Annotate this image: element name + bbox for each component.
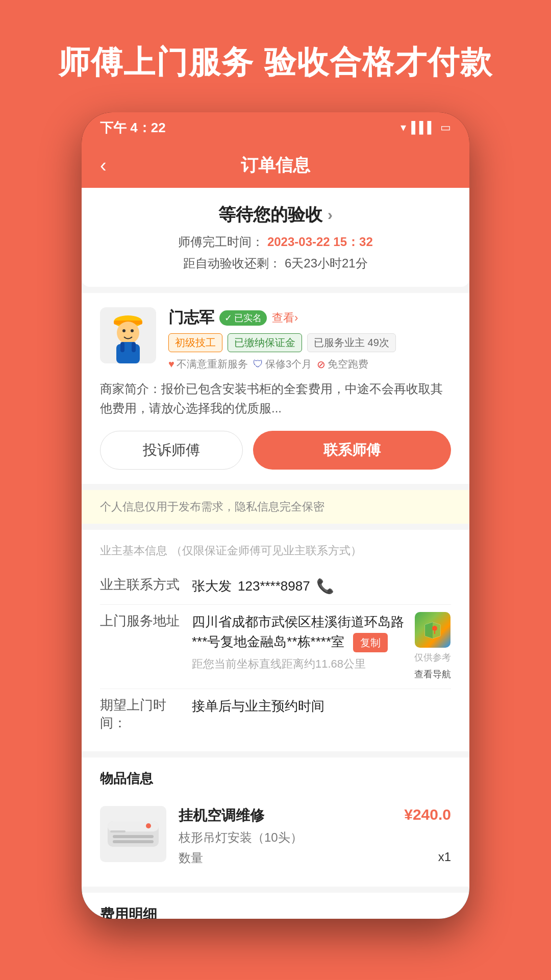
address-value: 四川省成都市武侯区桂溪街道环岛路***号复地金融岛**栋****室 复制 距您当… — [192, 612, 451, 681]
svg-rect-12 — [113, 835, 154, 838]
deposit-tag: 已缴纳保证金 — [228, 333, 302, 352]
status-chevron-icon[interactable]: › — [328, 206, 333, 224]
expected-time-value: 接单后与业主预约时间 — [192, 696, 451, 716]
screen-content: 等待您的验收 › 师傅完工时间： 2023-03-22 15：32 距自动验收还… — [82, 188, 469, 919]
level-tag: 初级技工 — [168, 333, 222, 352]
phone-icon[interactable]: 📞 — [316, 576, 334, 597]
contact-phone: 123****8987 — [238, 576, 310, 596]
map-hint: 仅供参考 — [414, 651, 451, 665]
top-nav: ‹ 订单信息 — [82, 143, 469, 188]
service-count-tag: 已服务业主 49次 — [307, 333, 396, 352]
countdown-row: 距自动验收还剩： 6天23小时21分 — [100, 255, 451, 272]
map-label: 查看导航 — [414, 668, 451, 681]
guarantee-tag: ♥ 不满意重新服务 — [168, 357, 248, 371]
contact-label: 业主联系方式 — [100, 576, 192, 594]
worker-header: 门志军 已实名 查看› 初级技工 已缴纳保证金 已服务业主 49次 ♥ 不满意重… — [100, 307, 451, 371]
qty-value: x1 — [438, 850, 451, 866]
item-qty-row: 数量 x1 — [179, 850, 451, 866]
worker-card: 门志军 已实名 查看› 初级技工 已缴纳保证金 已服务业主 49次 ♥ 不满意重… — [82, 293, 469, 484]
worker-avatar — [100, 307, 156, 363]
map-icon — [415, 612, 450, 648]
copy-address-button[interactable]: 复制 — [353, 633, 388, 652]
signal-icon: ▌▌▌ — [411, 121, 435, 134]
address-content-row: 四川省成都市武侯区桂溪街道环岛路***号复地金融岛**栋****室 复制 距您当… — [192, 612, 451, 681]
complain-button[interactable]: 投诉师傅 — [100, 431, 243, 470]
worker-tags: 初级技工 已缴纳保证金 已服务业主 49次 — [168, 333, 451, 352]
warranty-tag: 🛡 保修3个月 — [253, 357, 312, 371]
view-profile-link[interactable]: 查看› — [272, 310, 298, 326]
phone-shell: 下午 4：22 ▾ ▌▌▌ ▭ ‹ 订单信息 等待您的验收 › 师傅完工时间： … — [82, 112, 469, 919]
client-info-section: 业主基本信息 （仅限保证金师傅可见业主联系方式） 业主联系方式 张大发 123*… — [82, 530, 469, 751]
worker-service-tags: ♥ 不满意重新服务 🛡 保修3个月 ⊘ 免空跑费 — [168, 357, 451, 371]
item-image — [100, 806, 166, 862]
distance-hint: 距您当前坐标直线距离约11.68公里 — [192, 655, 404, 672]
fee-title: 费用明细 — [100, 905, 451, 919]
svg-rect-13 — [113, 840, 154, 843]
fee-section: 费用明细 — [82, 893, 469, 919]
expected-time-label: 期望上门时间： — [100, 696, 192, 732]
contact-value: 张大发 123****8987 📞 — [192, 576, 451, 597]
svg-point-2 — [117, 322, 139, 344]
status-time: 下午 4：22 — [100, 119, 166, 137]
countdown-value: 6天23小时21分 — [285, 256, 368, 270]
svg-rect-7 — [120, 342, 124, 352]
nav-title: 订单信息 — [241, 154, 310, 177]
completion-time-value: 2023-03-22 15：32 — [267, 235, 373, 249]
background-tagline: 师傅上门服务 验收合格才付款 — [0, 41, 551, 84]
item-name: 挂机空调维修 — [179, 806, 264, 825]
address-label: 上门服务地址 — [100, 612, 192, 630]
map-navigation-button[interactable]: 仅供参考 查看导航 — [414, 612, 451, 681]
verified-badge: 已实名 — [219, 310, 267, 326]
status-icons: ▾ ▌▌▌ ▭ — [400, 121, 451, 134]
free-tag: ⊘ 免空跑费 — [317, 357, 368, 371]
contact-name: 张大发 — [192, 576, 232, 596]
qty-label: 数量 — [179, 850, 203, 866]
status-bar: 下午 4：22 ▾ ▌▌▌ ▭ — [82, 112, 469, 143]
worker-name-row: 门志军 已实名 查看› — [168, 307, 451, 328]
item-sub: 枝形吊灯安装（10头） — [179, 829, 451, 846]
completion-time-row: 师傅完工时间： 2023-03-22 15：32 — [100, 234, 451, 250]
worker-description: 商家简介：报价已包含安装书柜的全套费用，中途不会再收取其他费用，请放心选择我的优… — [100, 379, 451, 419]
goods-title: 物品信息 — [100, 770, 451, 788]
status-card: 等待您的验收 › 师傅完工时间： 2023-03-22 15：32 距自动验收还… — [82, 188, 469, 287]
item-price: ¥240.0 — [404, 806, 451, 823]
item-row: 挂机空调维修 ¥240.0 枝形吊灯安装（10头） 数量 x1 — [100, 798, 451, 874]
client-info-title: 业主基本信息 （仅限保证金师傅可见业主联系方式） — [100, 542, 451, 558]
svg-rect-8 — [132, 342, 136, 352]
address-text: 四川省成都市武侯区桂溪街道环岛路***号复地金融岛**栋****室 复制 距您当… — [192, 612, 404, 672]
worker-actions: 投诉师傅 联系师傅 — [100, 431, 451, 470]
svg-rect-15 — [110, 830, 126, 832]
svg-point-14 — [146, 823, 151, 828]
address-row: 上门服务地址 四川省成都市武侯区桂溪街道环岛路***号复地金融岛**栋****室… — [100, 605, 451, 689]
status-title: 等待您的验收 › — [100, 203, 451, 227]
battery-icon: ▭ — [440, 121, 451, 134]
contact-row: 业主联系方式 张大发 123****8987 📞 — [100, 569, 451, 605]
item-details: 挂机空调维修 ¥240.0 枝形吊灯安装（10头） 数量 x1 — [179, 806, 451, 866]
wifi-icon: ▾ — [400, 121, 406, 134]
svg-rect-11 — [108, 821, 159, 831]
worker-info: 门志军 已实名 查看› 初级技工 已缴纳保证金 已服务业主 49次 ♥ 不满意重… — [168, 307, 451, 371]
contact-button[interactable]: 联系师傅 — [253, 431, 452, 470]
svg-point-4 — [131, 329, 134, 332]
expected-time-row: 期望上门时间： 接单后与业主预约时间 — [100, 689, 451, 739]
goods-section: 物品信息 挂机空调维修 ¥240.0 — [82, 757, 469, 887]
worker-name: 门志军 — [168, 307, 214, 328]
privacy-notice: 个人信息仅用于发布需求，隐私信息完全保密 — [82, 490, 469, 524]
svg-point-9 — [432, 626, 437, 631]
back-button[interactable]: ‹ — [100, 155, 107, 177]
svg-point-3 — [122, 329, 126, 332]
